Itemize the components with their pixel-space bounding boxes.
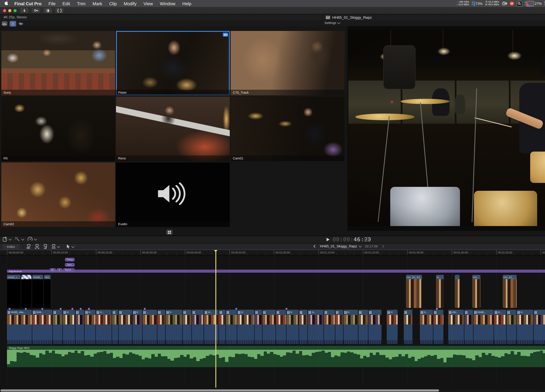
import-media-button[interactable]: [20, 8, 28, 13]
multicam-clip[interactable]: [119, 310, 132, 344]
notification-badge[interactable]: 26: [510, 1, 514, 6]
angle-exalto[interactable]: Exalto: [116, 163, 230, 227]
multicam-clip[interactable]: H: [85, 310, 96, 344]
multicam-clip[interactable]: H: [286, 310, 299, 344]
connected-clip[interactable]: HH_65_...: [503, 275, 517, 308]
network-throughput[interactable]: ↑ 380 KB/s↓ 10,6 MB/s: [456, 1, 469, 6]
menu-trim[interactable]: Trim: [74, 1, 89, 6]
angle-pieter[interactable]: Pieter: [116, 31, 230, 95]
cpu-usage-graph[interactable]: CPU 27%: [525, 1, 542, 6]
menu-edit[interactable]: Edit: [59, 1, 74, 6]
multicam-clip[interactable]: [464, 310, 473, 344]
timeline-marker[interactable]: [25, 308, 27, 310]
multicam-clip[interactable]: H: [387, 310, 398, 344]
filmstrip-view-icon[interactable]: [10, 21, 16, 27]
timeline-ruler[interactable]: 00:00:00:0000:00:10:0000:00:20:0000:00:3…: [0, 250, 545, 255]
menu-app-name[interactable]: Final Cut Pro: [11, 1, 45, 6]
multicam-clip[interactable]: [276, 310, 286, 344]
magnifier-utility-icon[interactable]: [517, 1, 522, 6]
multicam-clip[interactable]: [335, 310, 343, 344]
multicam-clip[interactable]: [53, 310, 63, 344]
adjustments-clip[interactable]: Adjustments: [7, 270, 545, 273]
connected-clip[interactable]: HH_65_R5_...: [406, 275, 422, 308]
close-window-button[interactable]: [3, 9, 6, 12]
multicam-clip[interactable]: H...: [96, 310, 112, 344]
connected-clip[interactable]: H...: [436, 275, 444, 308]
multicam-clip[interactable]: [299, 310, 308, 344]
timeline-marker[interactable]: [60, 308, 62, 310]
multicam-clip[interactable]: [434, 310, 444, 344]
timeline-marker[interactable]: [41, 308, 43, 310]
timeline-marker[interactable]: [285, 308, 287, 310]
minimize-window-button[interactable]: [8, 9, 11, 12]
playhead[interactable]: [215, 250, 216, 388]
menu-view[interactable]: View: [140, 1, 156, 6]
menu-clip[interactable]: Clip: [106, 1, 120, 6]
mini-audio-meters[interactable]: [364, 237, 368, 242]
timeline-marker[interactable]: [80, 308, 81, 310]
apple-icon[interactable]: [4, 1, 9, 6]
connected-clip[interactable]: HH...: [472, 275, 480, 308]
angle-grid-layout-button[interactable]: [166, 229, 173, 235]
audio-waveform-view-icon[interactable]: [18, 21, 24, 26]
multicam-clip[interactable]: H...: [204, 310, 219, 344]
menu-mark[interactable]: Mark: [89, 1, 106, 6]
multicam-clip[interactable]: H: [63, 310, 75, 344]
angle-cam02[interactable]: Cam02: [1, 163, 115, 227]
menu-help[interactable]: Help: [179, 1, 195, 6]
multicam-clip[interactable]: HH65...: [473, 310, 494, 344]
multicam-clip[interactable]: [324, 310, 335, 344]
zoom-window-button[interactable]: [13, 9, 17, 12]
multicam-clip[interactable]: [157, 310, 166, 344]
menu-modify[interactable]: Modify: [120, 1, 140, 6]
multicam-clip[interactable]: [75, 310, 85, 344]
multicam-clip[interactable]: H: [343, 310, 358, 344]
multicam-clip[interactable]: ...: [143, 310, 157, 344]
previous-sequence-button[interactable]: [313, 245, 316, 248]
timeline-marker[interactable]: [235, 308, 237, 310]
keyword-clip[interactable]: S...: [57, 268, 62, 272]
multicam-clip[interactable]: [404, 310, 413, 344]
timeline-marker[interactable]: [144, 308, 146, 310]
multicam-clip[interactable]: [368, 310, 382, 344]
menu-window[interactable]: Window: [156, 1, 179, 6]
multicam-clip[interactable]: H: [166, 310, 183, 344]
angle-r5[interactable]: R5: [1, 97, 115, 161]
keyword-clip[interactable]: Jaro...: [65, 263, 74, 266]
keywords-button[interactable]: [32, 8, 40, 13]
multicam-clip[interactable]: HH...: [448, 310, 464, 344]
disk-io[interactable]: R 43,3 MB/sW 48,5 MB/s: [485, 1, 499, 6]
multicam-clip[interactable]: [226, 310, 237, 344]
connected-clip[interactable]: HH65_...: [32, 275, 43, 308]
menu-file[interactable]: File: [45, 1, 59, 6]
keyword-clip[interactable]: René...: [63, 268, 74, 272]
angle-sony[interactable]: Sony: [1, 31, 115, 95]
multicam-clip[interactable]: [534, 310, 545, 344]
multicam-clip[interactable]: H...: [420, 310, 434, 344]
play-button[interactable]: [327, 238, 329, 241]
multicam-clip[interactable]: H: [237, 310, 254, 344]
multicam-clip[interactable]: HH65_Alle...: [7, 310, 32, 344]
angle-rens[interactable]: Rens: [116, 97, 230, 161]
multicam-clip[interactable]: [219, 310, 226, 344]
sequence-name-dropdown[interactable]: HH65_01_Skiggy_Rapz: [320, 244, 361, 248]
multicam-clip[interactable]: HH6...: [32, 310, 53, 344]
multicam-clip[interactable]: [183, 310, 192, 344]
multicam-clip[interactable]: [358, 310, 368, 344]
timeline-marker[interactable]: [9, 308, 11, 310]
multicam-clip[interactable]: H: [132, 310, 143, 344]
timeline-marker[interactable]: [436, 308, 438, 310]
multicam-clip[interactable]: [254, 310, 262, 344]
timeline-marker[interactable]: [88, 308, 90, 310]
background-tasks-button[interactable]: [43, 8, 52, 13]
audio-clip[interactable]: Skiggy Rapz MX2: [7, 346, 545, 367]
power-adapter-icon[interactable]: [502, 1, 507, 6]
connected-clip[interactable]: ...: [455, 275, 459, 308]
media-browser-button[interactable]: [55, 8, 64, 13]
horizontal-scrollbar[interactable]: [0, 389, 439, 391]
multicam-clip[interactable]: [112, 310, 119, 344]
angle-cam01[interactable]: Cam01: [231, 97, 344, 161]
multicam-clip[interactable]: [192, 310, 204, 344]
connected-clip[interactable]: HH65...: [21, 275, 31, 308]
multicam-clip[interactable]: H: [517, 310, 534, 344]
